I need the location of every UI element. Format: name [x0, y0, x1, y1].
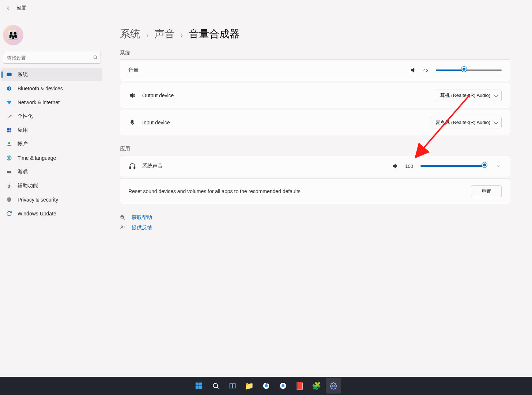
person-icon	[6, 141, 12, 147]
svg-point-22	[213, 383, 218, 388]
nav-label: 系统	[18, 71, 28, 78]
speaker-icon[interactable]	[410, 67, 418, 74]
svg-rect-9	[7, 171, 11, 173]
nav-item-network[interactable]: Network & internet	[1, 96, 102, 109]
reset-button[interactable]: 重置	[471, 185, 502, 197]
output-selected: 耳机 (Realtek(R) Audio)	[440, 92, 490, 99]
svg-rect-6	[10, 131, 11, 132]
main-content: 系统 › 声音 › 音量合成器 系统 音量 43 Output device	[110, 16, 532, 377]
section-title-apps: 应用	[120, 146, 510, 152]
svg-rect-3	[7, 128, 9, 130]
system-sounds-slider[interactable]	[420, 165, 486, 167]
search-input[interactable]	[3, 52, 101, 64]
speaker-icon[interactable]	[391, 163, 399, 169]
svg-rect-19	[199, 383, 202, 385]
nav-item-apps[interactable]: 应用	[1, 124, 102, 137]
nav-item-gaming[interactable]: 游戏	[1, 165, 102, 178]
nav-item-system[interactable]: 系统	[1, 68, 102, 81]
bluetooth-icon	[6, 86, 12, 91]
svg-rect-1	[7, 73, 11, 76]
taskbar-settings[interactable]	[326, 378, 341, 394]
svg-point-7	[8, 142, 10, 144]
svg-point-29	[332, 385, 334, 387]
user-avatar-block[interactable]: 👨‍👩‍👧	[0, 19, 104, 50]
taskbar-start[interactable]	[191, 378, 207, 394]
get-help-link[interactable]: ? 获取帮助	[120, 214, 510, 221]
taskbar-chrome-2[interactable]	[275, 378, 291, 394]
card-reset: Reset sound devices and volumes for all …	[120, 178, 510, 204]
nav-item-bluetooth[interactable]: Bluetooth & devices	[1, 82, 102, 95]
arrow-left-icon	[5, 5, 11, 11]
speaker-output-icon	[128, 92, 136, 99]
svg-rect-20	[195, 386, 198, 389]
svg-point-10	[9, 184, 10, 185]
card-output-device: Output device 耳机 (Realtek(R) Audio)	[120, 83, 510, 108]
feedback-link[interactable]: 提供反馈	[120, 225, 510, 231]
svg-rect-18	[195, 383, 198, 385]
input-device-dropdown[interactable]: 麦克风 (Realtek(R) Audio)	[430, 117, 502, 128]
nav-item-update[interactable]: Windows Update	[1, 207, 102, 220]
taskbar-explorer[interactable]: 📁	[242, 378, 257, 394]
nav-label: Privacy & security	[18, 197, 58, 203]
nav-list: 系统 Bluetooth & devices Network & interne…	[0, 68, 104, 220]
taskbar-search[interactable]	[208, 378, 223, 394]
card-input-device: Input device 麦克风 (Realtek(R) Audio)	[120, 110, 510, 135]
system-sounds-label: 系统声音	[142, 163, 163, 169]
breadcrumb-sound[interactable]: 声音	[154, 27, 175, 41]
nav-item-accounts[interactable]: 帐户	[1, 138, 102, 151]
back-button[interactable]	[3, 3, 13, 13]
chevron-right-icon: ›	[146, 31, 148, 39]
gamepad-icon	[6, 169, 12, 175]
svg-point-0	[94, 56, 97, 59]
brush-icon	[6, 113, 12, 119]
app-icon: 📕	[295, 381, 304, 390]
app-icon: 🧩	[312, 381, 321, 390]
svg-rect-24	[233, 384, 235, 388]
svg-rect-13	[134, 167, 135, 169]
nav-item-accessibility[interactable]: 辅助功能	[1, 179, 102, 192]
nav-label: Windows Update	[18, 211, 56, 217]
avatar-image: 👨‍👩‍👧	[3, 25, 23, 45]
breadcrumb-system[interactable]: 系统	[120, 27, 140, 41]
nav-label: Time & language	[18, 155, 56, 161]
nav-label: 应用	[18, 127, 28, 133]
breadcrumb: 系统 › 声音 › 音量合成器	[120, 27, 510, 41]
svg-rect-4	[10, 128, 11, 130]
output-device-dropdown[interactable]: 耳机 (Realtek(R) Audio)	[435, 90, 502, 101]
nav-label: 辅助功能	[18, 183, 38, 189]
feedback-icon	[120, 225, 127, 231]
svg-point-16	[121, 226, 122, 227]
display-icon	[6, 72, 12, 78]
svg-point-26	[264, 384, 267, 387]
svg-rect-23	[230, 384, 232, 388]
nav-item-privacy[interactable]: Privacy & security	[1, 193, 102, 206]
taskbar-taskview[interactable]	[225, 378, 240, 394]
globe-icon	[6, 155, 12, 161]
expand-chevron[interactable]	[496, 163, 502, 169]
chevron-down-icon	[497, 164, 501, 168]
microphone-icon	[128, 119, 136, 126]
window-title: 设置	[17, 5, 26, 11]
taskbar-app-1[interactable]: 📕	[292, 378, 307, 394]
search-box[interactable]	[3, 52, 101, 64]
svg-rect-21	[199, 386, 202, 389]
nav-item-personalize[interactable]: 个性化	[1, 110, 102, 123]
wifi-icon	[6, 99, 12, 105]
accessibility-icon	[6, 183, 12, 189]
update-icon	[6, 211, 12, 217]
volume-slider[interactable]	[436, 69, 502, 71]
volume-value: 43	[423, 68, 429, 73]
folder-icon: 📁	[245, 381, 254, 390]
taskbar-app-2[interactable]: 🧩	[309, 378, 324, 394]
input-label: Input device	[142, 120, 170, 125]
apps-cards: 系统声音 100 Reset sound devices and volumes…	[120, 155, 510, 204]
headphones-icon	[128, 162, 136, 170]
nav-label: Bluetooth & devices	[18, 86, 63, 91]
feedback-label: 提供反馈	[132, 225, 152, 231]
svg-point-28	[281, 384, 284, 387]
system-cards: 音量 43 Output device 耳机 (Realtek(R) Audio…	[120, 59, 510, 135]
nav-item-time[interactable]: Time & language	[1, 151, 102, 165]
taskbar-chrome[interactable]	[259, 378, 274, 394]
help-links: ? 获取帮助 提供反馈	[120, 214, 510, 231]
reset-text: Reset sound devices and volumes for all …	[128, 188, 301, 194]
